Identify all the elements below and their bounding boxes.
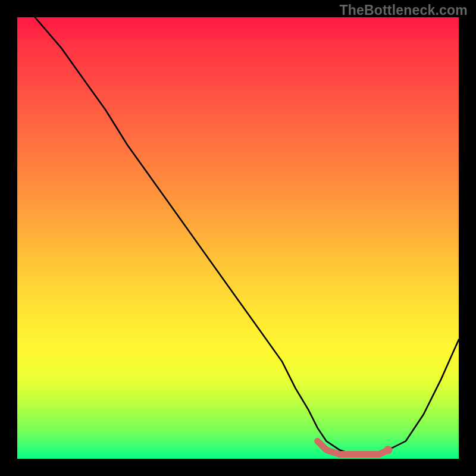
chart-svg bbox=[17, 17, 459, 459]
plot-area bbox=[17, 17, 459, 459]
chart-container: TheBottleneck.com bbox=[0, 0, 476, 476]
watermark-text: TheBottleneck.com bbox=[339, 2, 468, 18]
optimal-range-end-dot bbox=[384, 446, 392, 454]
bottleneck-curve-path bbox=[35, 17, 459, 455]
